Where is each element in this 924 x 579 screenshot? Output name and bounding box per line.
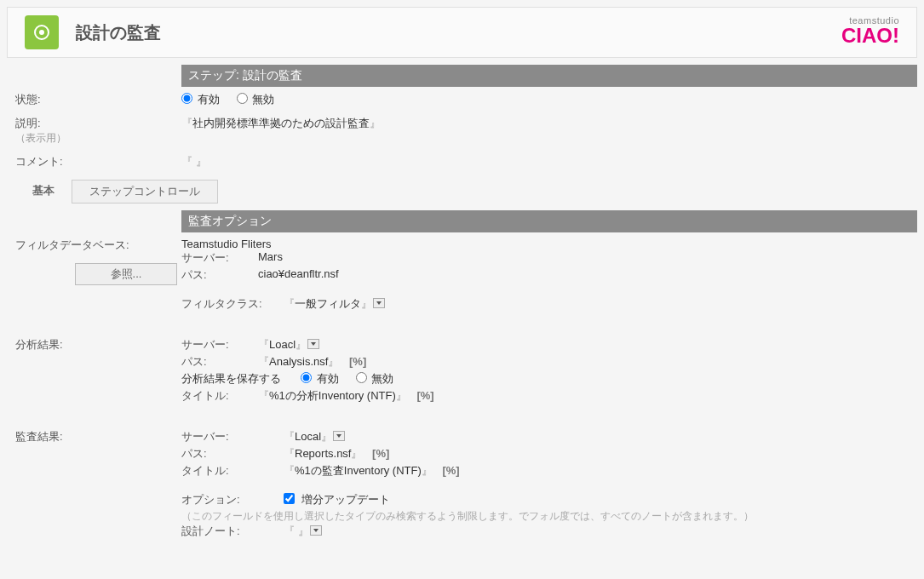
svg-point-1 bbox=[39, 30, 44, 35]
filter-db-name: Teamstudio Fliters bbox=[181, 238, 917, 250]
step-section-bar: ステップ: 設計の監査 bbox=[181, 65, 917, 87]
auditres-option-label: オプション: bbox=[181, 492, 284, 507]
analysis-path-percent-button[interactable]: [%] bbox=[346, 355, 370, 368]
brand-logo: teamstudio CIAO! bbox=[841, 16, 899, 46]
analysis-label: 分析結果: bbox=[15, 335, 181, 353]
description-row: 説明: （表示用） 『社内開発標準準拠のための設計監査』 bbox=[7, 111, 917, 149]
filter-db-label: フィルタデータベース: bbox=[15, 238, 181, 253]
analysis-title-value[interactable]: %1の分析Inventory (NTF) bbox=[269, 389, 396, 402]
auditres-row: 監査結果: サーバー: 『Local』 パス: 『Reports.nsf』 [%… bbox=[7, 424, 917, 544]
auditres-server-dropdown-icon[interactable] bbox=[333, 431, 345, 441]
brand-ciao: CIAO! bbox=[841, 26, 899, 46]
audit-section-bar: 監査オプション bbox=[181, 210, 917, 232]
filter-server-value: Mars bbox=[258, 250, 283, 266]
design-note-label: 設計ノート: bbox=[181, 524, 284, 539]
filter-class-dropdown-icon[interactable] bbox=[373, 298, 385, 308]
comment-row: コメント: 『 』 bbox=[7, 149, 917, 173]
browse-button[interactable]: 参照... bbox=[75, 263, 177, 285]
filter-db-row: フィルタデータベース: 参照... Teamstudio Fliters サーバ… bbox=[7, 232, 917, 317]
auditres-title-label: タイトル: bbox=[181, 463, 284, 479]
analysis-server-label: サーバー: bbox=[181, 337, 258, 353]
analysis-save-disabled-radio[interactable]: 無効 bbox=[356, 371, 394, 387]
tab-step-control[interactable]: ステップコントロール bbox=[72, 180, 218, 204]
auditres-path-percent-button[interactable]: [%] bbox=[369, 447, 393, 460]
auditres-title-percent-button[interactable]: [%] bbox=[439, 464, 462, 477]
auditres-server-value[interactable]: Local bbox=[295, 430, 321, 443]
filter-path-value: ciao¥deanfltr.nsf bbox=[258, 267, 339, 283]
filter-path-label: パス: bbox=[181, 267, 258, 283]
auditres-title-value[interactable]: %1の監査Inventory (NTF) bbox=[295, 464, 422, 477]
filter-class-label: フィルタクラス: bbox=[181, 296, 284, 312]
analysis-server-dropdown-icon[interactable] bbox=[307, 339, 319, 349]
auditres-path-value[interactable]: Reports.nsf bbox=[295, 447, 351, 460]
analysis-save-enabled-radio[interactable]: 有効 bbox=[301, 371, 339, 387]
incremental-update-checkbox[interactable]: 増分アップデート bbox=[284, 493, 390, 506]
page-title: 設計の監査 bbox=[76, 21, 161, 44]
design-note-dropdown-icon[interactable] bbox=[310, 525, 322, 536]
status-row: 状態: 有効 無効 bbox=[7, 87, 917, 111]
app-header: 設計の監査 teamstudio CIAO! bbox=[7, 7, 917, 58]
analysis-row: 分析結果: サーバー: 『Loacl』 パス: 『Analysis.nsf』 [… bbox=[7, 332, 917, 409]
filter-class-value[interactable]: 一般フィルタ bbox=[295, 297, 361, 310]
analysis-save-label: 分析結果を保存する bbox=[181, 371, 301, 387]
description-label: 説明: bbox=[15, 116, 181, 131]
status-enabled-radio[interactable]: 有効 bbox=[181, 92, 220, 107]
comment-label: コメント: bbox=[15, 152, 181, 169]
option-hint: （このフィールドを使用し選択したタイプのみ検索するよう制限します。でフォル度では… bbox=[181, 509, 917, 524]
status-label: 状態: bbox=[15, 90, 181, 107]
status-disabled-radio[interactable]: 無効 bbox=[237, 92, 275, 107]
analysis-server-value[interactable]: Loacl bbox=[269, 338, 296, 351]
auditres-label: 監査結果: bbox=[15, 427, 181, 444]
analysis-path-label: パス: bbox=[181, 354, 258, 370]
tab-bar: 基本 ステップコントロール bbox=[7, 180, 917, 204]
tab-basic[interactable]: 基本 bbox=[15, 180, 72, 204]
analysis-title-label: タイトル: bbox=[181, 388, 258, 404]
auditres-server-label: サーバー: bbox=[181, 429, 284, 444]
analysis-path-value[interactable]: Analysis.nsf bbox=[269, 355, 328, 368]
analysis-title-percent-button[interactable]: [%] bbox=[413, 389, 437, 402]
auditres-path-label: パス: bbox=[181, 446, 284, 461]
app-icon bbox=[25, 15, 59, 49]
description-sublabel: （表示用） bbox=[15, 131, 181, 146]
description-value[interactable]: 社内開発標準準拠のための設計監査 bbox=[192, 117, 370, 129]
filter-server-label: サーバー: bbox=[181, 250, 258, 266]
